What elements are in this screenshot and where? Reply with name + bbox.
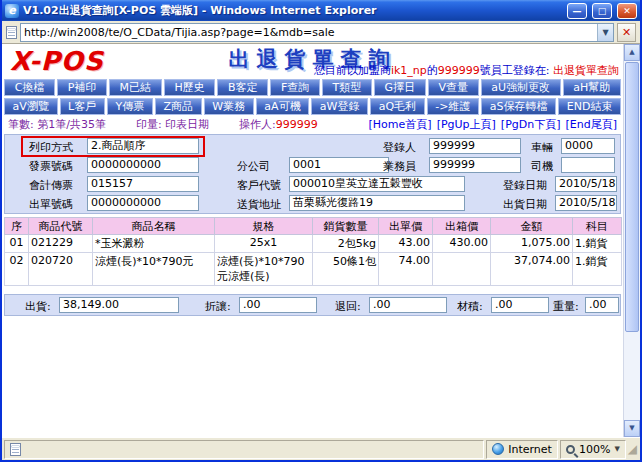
address-input[interactable]: http://win2008/te/O_CData/Tijia.asp?page… xyxy=(20,23,614,42)
ship-total-field[interactable]: 38,149.00 xyxy=(59,297,179,313)
status-main-panel xyxy=(4,440,484,459)
column-header: 金額 xyxy=(491,218,573,235)
cell-seq: 01 xyxy=(5,235,29,253)
toolbar-button[interactable]: aV瀏覽 xyxy=(4,98,58,115)
toolbar-button[interactable]: END結束 xyxy=(558,98,621,115)
return-label: 退回: xyxy=(335,299,361,314)
cell-unit-price: 74.00 xyxy=(379,253,433,286)
ship-date-label: 出貨日期 xyxy=(503,197,547,212)
toolbar-button[interactable]: G擇日 xyxy=(374,79,426,96)
cell-qty: 2包5kg xyxy=(313,235,379,253)
print-mode-field[interactable]: 2.商品順序 xyxy=(87,138,199,154)
security-zone-panel[interactable]: Internet xyxy=(486,440,558,459)
login-employee: 999999 xyxy=(438,64,480,77)
toolbar-button[interactable]: P補印 xyxy=(57,79,107,96)
login-person-field[interactable]: 999999 xyxy=(429,138,521,154)
toolbar-button[interactable]: Y傳票 xyxy=(107,98,153,115)
toolbar-button[interactable]: B客定 xyxy=(217,79,268,96)
toolbar-button[interactable]: ->維護 xyxy=(427,98,479,115)
vehicle-label: 車輛 xyxy=(531,140,553,155)
toolbar-button[interactable]: aH幫助 xyxy=(563,79,621,96)
toolbar-button[interactable]: C換檔 xyxy=(4,79,55,96)
zoom-dropdown-icon[interactable]: ▼ xyxy=(614,445,619,453)
toolbar-button[interactable]: H歷史 xyxy=(164,79,216,96)
toolbar-button[interactable]: M已結 xyxy=(109,79,162,96)
login-location: 出退貨單查詢 xyxy=(553,64,619,77)
cell-amount: 37,074.00 xyxy=(491,253,573,286)
volume-field[interactable]: .00 xyxy=(491,297,549,313)
print-date-info: 印量: 印表日期 xyxy=(136,117,209,132)
delivery-address-label: 送貨地址 xyxy=(237,197,281,212)
weight-field[interactable]: .00 xyxy=(585,297,619,313)
cell-unit-price: 43.00 xyxy=(379,235,433,253)
delivery-address-field[interactable]: 苗栗縣光復路19 xyxy=(289,195,465,211)
toolbar-button[interactable]: Z商品 xyxy=(155,98,202,115)
nav-link-home[interactable]: [Home首頁] xyxy=(369,117,432,132)
toolbar-button[interactable]: aW登錄 xyxy=(311,98,368,115)
address-text: http://win2008/te/O_CData/Tijia.asp?page… xyxy=(21,26,597,39)
invoice-field[interactable]: 0000000000 xyxy=(87,157,199,173)
operator-value: 999999 xyxy=(276,118,318,131)
minimize-button[interactable]: — xyxy=(567,3,587,19)
content-area: X-POS 出退貨單查詢 您目前以加盟商ik1_np的999999號員工登錄在:… xyxy=(2,44,640,437)
cell-spec: 涼煙(長)*10*790元涼煙(長) xyxy=(215,253,313,286)
table-row[interactable]: 01 021229 *玉米澱粉 25x1 2包5kg 43.00 430.00 … xyxy=(5,235,622,253)
scroll-up-icon[interactable]: ▲ xyxy=(624,44,640,61)
table-row[interactable]: 02 020720 涼煙(長)*10*790元 涼煙(長)*10*790元涼煙(… xyxy=(5,253,622,286)
items-table: 序 商品代號 商品名稱 規格 銷貨數量 出單價 出箱價 金額 科目 01 021 xyxy=(4,217,622,286)
vertical-scrollbar[interactable]: ▲ ▼ xyxy=(623,44,640,437)
column-header: 商品名稱 xyxy=(93,218,215,235)
close-button[interactable]: ✕ xyxy=(617,3,637,19)
login-date-field[interactable]: 2010/5/18 xyxy=(555,176,617,192)
cell-qty: 50條1包 xyxy=(313,253,379,286)
salesman-field[interactable]: 999999 xyxy=(429,157,521,173)
web-page: X-POS 出退貨單查詢 您目前以加盟商ik1_np的999999號員工登錄在:… xyxy=(2,44,623,437)
toolbar-button[interactable]: T類型 xyxy=(322,79,372,96)
scroll-thumb[interactable] xyxy=(625,62,639,332)
toolbar-button[interactable]: F查詢 xyxy=(270,79,320,96)
status-bar: Internet 100% ▼ ◢ xyxy=(2,437,640,460)
resize-grip[interactable]: ◢ xyxy=(628,443,638,455)
title-bar: e V1.02出退貨查詢[X-POS 雲端版] - Windows Intern… xyxy=(2,0,640,21)
zoom-panel[interactable]: 100% ▼ xyxy=(560,440,626,459)
branch-field[interactable]: 0001 xyxy=(289,157,389,173)
vehicle-field[interactable]: 0000 xyxy=(561,138,615,154)
cell-box-price xyxy=(433,253,491,286)
nav-link-end[interactable]: [End尾頁] xyxy=(566,117,618,132)
cell-product-name: *玉米澱粉 xyxy=(93,235,215,253)
scroll-down-icon[interactable]: ▼ xyxy=(624,420,640,437)
document-icon xyxy=(10,443,21,456)
toolbar-button[interactable]: aQ毛利 xyxy=(370,98,425,115)
invoice-label: 發票號碼 xyxy=(29,159,73,174)
column-header: 出箱價 xyxy=(433,218,491,235)
ship-date-field[interactable]: 2010/5/18 xyxy=(555,195,617,211)
login-person-label: 登錄人 xyxy=(383,140,416,155)
order-no-field[interactable]: 0000000000 xyxy=(87,195,199,211)
toolbar-button[interactable]: V查量 xyxy=(428,79,479,96)
voucher-label: 會計傳票 xyxy=(29,178,73,193)
print-mode-label: 列印方式 xyxy=(29,140,73,155)
discount-field[interactable]: .00 xyxy=(239,297,317,313)
login-account: ik1_np xyxy=(391,64,427,77)
customer-label: 客戶代號 xyxy=(237,178,281,193)
scroll-track[interactable] xyxy=(624,333,640,420)
address-dropdown-icon[interactable]: ▼ xyxy=(597,24,613,41)
voucher-field[interactable]: 015157 xyxy=(87,176,199,192)
toolbar-button[interactable]: W業務 xyxy=(204,98,254,115)
nav-link-pgup[interactable]: [PgUp上頁] xyxy=(437,117,496,132)
discount-label: 折讓: xyxy=(205,299,231,314)
toolbar-button[interactable]: L客戶 xyxy=(60,98,105,115)
return-field[interactable]: .00 xyxy=(369,297,447,313)
page-header: X-POS 出退貨單查詢 您目前以加盟商ik1_np的999999號員工登錄在:… xyxy=(2,44,623,77)
toolbar-button[interactable]: aA可機 xyxy=(256,98,310,115)
driver-field[interactable] xyxy=(561,157,615,173)
nav-link-pgdn[interactable]: [PgDn下頁] xyxy=(501,117,561,132)
toolbar-button[interactable]: aS保存轉檔 xyxy=(481,98,556,115)
toolbar-button[interactable]: aU強制更改 xyxy=(481,79,561,96)
cell-subject: 1.銷貨 xyxy=(573,253,622,286)
customer-field[interactable]: 000010皇英立達五穀豐收 xyxy=(289,176,465,192)
stop-button[interactable]: ✕ xyxy=(617,23,636,42)
record-count: 筆數: 第1筆/共35筆 xyxy=(8,117,106,132)
maximize-button[interactable]: □ xyxy=(592,3,612,19)
table-header-row: 序 商品代號 商品名稱 規格 銷貨數量 出單價 出箱價 金額 科目 xyxy=(5,218,622,235)
